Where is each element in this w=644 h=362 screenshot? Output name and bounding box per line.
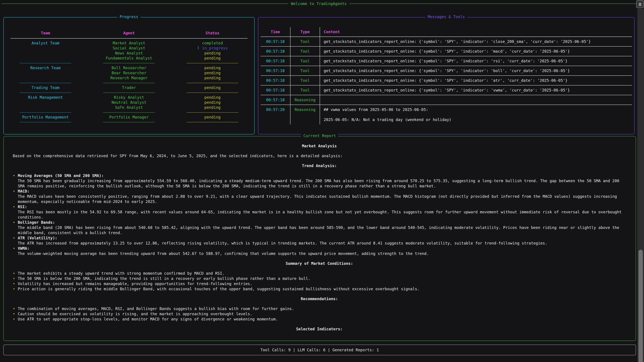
report-bullet-item: •Use ATR to set appropriate stop-loss le…: [13, 317, 626, 322]
report-section-heading: Recommendations:: [13, 296, 626, 302]
agent-status: pending: [171, 65, 254, 70]
hamburger-glyph: ≡: [638, 1, 642, 7]
progress-group-row: Portfolio ManagementPortfolio Managerpen…: [4, 115, 254, 120]
agent-status: pending: [171, 56, 254, 61]
team-cell: Risk Management: [4, 95, 87, 110]
report-bullet-item: •The 50 SMA is below the 200 SMA, indica…: [13, 276, 626, 281]
menu-icon[interactable]: ≡: [636, 0, 644, 8]
separator-status: [187, 92, 238, 93]
agent-name: Portfolio Manager: [87, 115, 171, 120]
status-text: pending: [204, 56, 221, 60]
bullet-icon: •: [13, 276, 15, 281]
message-time: 00:57:20: [260, 105, 290, 124]
status-cell: pending: [171, 115, 254, 120]
bullet-text: RSI:The RSI has been mostly in the 54.92…: [18, 204, 626, 220]
report-section-heading: Summary of Market Conditions:: [13, 261, 626, 266]
bullet-label: ATR (Volatility):: [18, 236, 626, 241]
progress-group-separator: [4, 83, 254, 83]
message-type: Tool: [290, 37, 320, 46]
message-type: Tool: [290, 85, 320, 95]
bullet-text: VWMA:The volume-weighted moving average …: [18, 246, 626, 256]
bullet-body: The 50 SMA has been gradually increasing…: [18, 178, 626, 189]
progress-header-row: TeamAgentStatus: [4, 30, 254, 35]
bullet-text: The 50 SMA is below the 200 SMA, indicat…: [18, 276, 626, 281]
message-content: get_stockstats_indicators_report_online:…: [320, 85, 632, 95]
status-text: pending: [204, 105, 221, 110]
progress-group-separator: [4, 112, 254, 113]
separator-status: [187, 122, 238, 122]
separator-team: [20, 83, 72, 83]
report-bullet-list: •Moving Averages (50 SMA and 200 SMA):Th…: [13, 173, 626, 256]
bullet-text: Moving Averages (50 SMA and 200 SMA):The…: [18, 173, 626, 189]
status-text: completed: [202, 41, 223, 45]
message-content: ## vwma values from 2025-05-06 to 2025-0…: [320, 105, 632, 124]
bullet-body: Caution should be exercised as volatilit…: [18, 311, 626, 317]
report-bullet-item: •MACD:The MACD values have been consiste…: [13, 189, 626, 204]
bullet-body: The volume-weighted moving average has b…: [18, 251, 626, 256]
progress-group-separator: [4, 122, 254, 122]
message-content: [320, 95, 632, 105]
bullet-body: The combination of moving averages, MACD…: [18, 306, 626, 311]
separator-agent: [103, 112, 155, 113]
message-time: 00:57:18: [260, 76, 290, 85]
bullet-text: Caution should be exercised as volatilit…: [18, 311, 626, 317]
report-heading: Market Analysis: [13, 143, 626, 149]
message-type: Tool: [290, 76, 320, 85]
bullet-text: The market exhibits a steady upward tren…: [18, 271, 626, 276]
progress-group-row: Trading TeamTraderpending: [4, 85, 254, 90]
welcome-title: Welcome to TradingAgents: [291, 1, 347, 6]
separator-status: [187, 83, 238, 83]
separator-agent: [103, 122, 155, 122]
bullet-icon: •: [13, 311, 15, 317]
status-cell: pendingpendingpending: [171, 65, 254, 80]
bullet-icon: •: [13, 220, 15, 225]
status-cell: completed⠇in_progresspendingpending: [171, 40, 254, 61]
agent-cell: Market AnalystSocial AnalystNews Analyst…: [87, 40, 171, 61]
progress-group-row: Analyst TeamMarket AnalystSocial Analyst…: [4, 40, 254, 61]
team-name: Portfolio Management: [4, 115, 87, 120]
messages-column-header-time: Time: [260, 27, 290, 37]
report-bullet-item: •Caution should be exercised as volatili…: [13, 311, 626, 317]
team-name: Trading Team: [4, 85, 87, 90]
report-bullet-item: •ATR (Volatility):The ATR has increased …: [13, 236, 626, 246]
separator-status: [187, 112, 238, 113]
report-bullet-list: •The market exhibits a steady upward tre…: [13, 271, 626, 292]
bullet-body: Use ATR to set appropriate stop-loss lev…: [18, 317, 626, 322]
status-text: pending: [204, 85, 221, 90]
agent-name: Research Manager: [87, 75, 171, 80]
separator-status: [187, 63, 238, 63]
bullet-icon: •: [13, 246, 15, 251]
scrollbar-track[interactable]: [637, 9, 644, 362]
agent-status: pending: [171, 70, 254, 75]
separator-agent: [103, 92, 155, 93]
agent-name: Trader: [87, 85, 171, 90]
messages-table: TimeTypeContent00:57:18Toolget_stockstat…: [260, 27, 632, 124]
agent-name: Bull Researcher: [87, 65, 171, 70]
progress-group-separator: [4, 92, 254, 93]
report-sections: Trend Analysis:•Moving Averages (50 SMA …: [13, 163, 626, 332]
agent-name: Safe Analyst: [87, 105, 171, 110]
progress-header-separator: [10, 38, 248, 38]
bullet-icon: •: [13, 236, 15, 241]
bullet-label: Moving Averages (50 SMA and 200 SMA):: [18, 173, 626, 178]
message-type: Tool: [290, 46, 320, 56]
agent-status: pending: [171, 51, 254, 56]
bullet-body: The middle band (20 SMA) has been rising…: [18, 225, 626, 236]
agent-name: Market Analyst: [87, 40, 171, 45]
bullet-icon: •: [13, 189, 15, 194]
agent-cell: Trader: [87, 85, 171, 90]
bullet-body: The MACD values have been consistently p…: [18, 194, 626, 204]
scrollbar-thumb[interactable]: [638, 250, 643, 362]
message-content: get_stockstats_indicators_report_online:…: [320, 46, 632, 56]
bullet-body: Volatility has increased but remains man…: [18, 281, 626, 286]
progress-panel: Progress TeamAgentStatusAnalyst TeamMark…: [3, 17, 254, 134]
progress-group-row: Risk ManagementRisky AnalystNeutral Anal…: [4, 95, 254, 110]
agent-cell: Portfolio Manager: [87, 115, 171, 120]
bullet-icon: •: [13, 306, 15, 311]
team-cell: Analyst Team: [4, 40, 87, 61]
progress-column-header-agent: Agent: [87, 30, 171, 35]
agent-name: Bear Researcher: [87, 70, 171, 75]
bullet-text: Bollinger Bands:The middle band (20 SMA)…: [18, 220, 626, 236]
message-time: 00:57:18: [260, 46, 290, 56]
progress-panel-title: Progress: [118, 14, 141, 19]
